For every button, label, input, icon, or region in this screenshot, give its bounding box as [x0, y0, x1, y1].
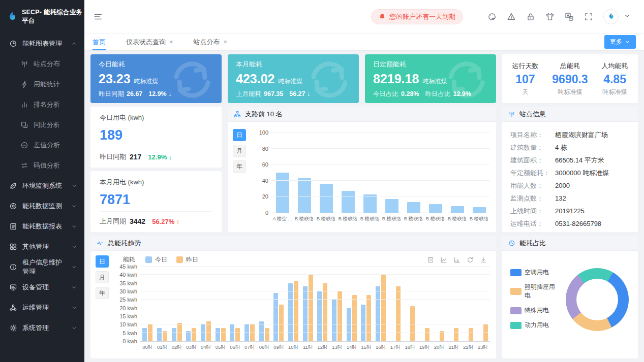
sidebar-item-0-5[interactable]: 码值分析: [0, 155, 84, 176]
ratio-legend-1[interactable]: 照明插座用电: [510, 283, 561, 300]
branch-xlabel: A 楼空 ...: [271, 213, 293, 222]
trend-xlabel: 13时: [330, 342, 345, 351]
ops-icon: [9, 304, 17, 312]
more-button[interactable]: 更多: [604, 35, 636, 49]
stat-unit: 吨标准煤: [552, 88, 588, 96]
ratio-legend-3[interactable]: 动力用电: [510, 321, 561, 330]
trend-toggle-0[interactable]: 日: [96, 255, 109, 268]
antenna-icon: [20, 60, 28, 68]
trend-toggle-2[interactable]: 年: [96, 287, 109, 299]
tab-1[interactable]: 仪表状态查询×: [126, 34, 173, 50]
toolbox-download-icon[interactable]: [480, 256, 487, 264]
branch-xlabel: B 楼联络: [446, 213, 468, 222]
branch-period-toggles: 日月年: [233, 129, 246, 232]
branch-bar: [385, 199, 398, 213]
usage-meta-label: 上月同期: [100, 217, 126, 226]
tab-close-icon[interactable]: ×: [224, 38, 228, 46]
site-row-value: 栖霞湖滨财富广场: [555, 130, 608, 140]
sidebar-item-0-1[interactable]: 用能统计: [0, 74, 84, 94]
trend-legend-昨日[interactable]: 昨日: [176, 255, 198, 264]
kpi-meta-label: 昨日同期: [99, 90, 124, 97]
sidebar-item-label: 码值分析: [34, 161, 60, 170]
sidebar-item-0-0[interactable]: 站点分布: [0, 54, 84, 74]
chevron-down-icon: [71, 244, 77, 250]
trend-bar-昨日: [366, 295, 371, 341]
monitor-icon: [9, 283, 17, 291]
sidebar-group-1[interactable]: 环境监测系统: [0, 176, 84, 196]
antenna-icon: [508, 111, 515, 118]
sidebar-group-6[interactable]: 设备管理: [0, 277, 84, 298]
fullscreen-icon[interactable]: [584, 12, 593, 21]
trend-ytick: 40 kwh: [114, 272, 137, 278]
trend-bar-今日: [201, 324, 205, 341]
toolbox-linechart-icon[interactable]: [440, 256, 447, 264]
trend-bar-昨日: [469, 328, 473, 341]
avatar[interactable]: [603, 9, 619, 24]
sidebar-group-5[interactable]: 租户信息维护管理: [0, 257, 84, 277]
account-expiry-alert[interactable]: 您的账户还有一天到期: [371, 9, 463, 24]
branch-bar-chart: 020406080100A 楼空 ...B 楼联络B 楼联络B 楼联络B 楼联络…: [251, 129, 490, 232]
toolbox-dataview-icon[interactable]: [427, 256, 434, 264]
branch-top10-panel: 支路前 10 名 日月年 020406080100A 楼空 ...B 楼联络B …: [228, 107, 496, 232]
trend-xlabel: 15时: [359, 342, 374, 351]
sidebar-group-label: 环境监测系统: [22, 181, 62, 190]
stat-label: 运行天数: [512, 61, 538, 71]
tab-2[interactable]: 站点分布×: [194, 34, 228, 50]
sidebar-group-2[interactable]: 能耗数据监测: [0, 196, 84, 216]
sidebar-item-0-2[interactable]: 排名分析: [0, 94, 84, 115]
ratio-legend-2[interactable]: 特殊用电: [510, 306, 561, 315]
trend-bar-昨日: [148, 324, 152, 341]
toolbox-barchart-icon[interactable]: [453, 256, 461, 264]
theme-icon[interactable]: [545, 12, 555, 21]
sidebar-group-3[interactable]: 能耗数据报表: [0, 216, 84, 237]
trend-xlabel: 19时: [417, 342, 432, 351]
branch-toggle-2[interactable]: 年: [233, 160, 246, 173]
branch-xlabel: B 楼联络: [337, 213, 359, 222]
sidebar-item-0-3[interactable]: 同比分析: [0, 115, 84, 135]
branch-toggle-0[interactable]: 日: [233, 129, 246, 141]
ratio-legend: 空调用电照明插座用电特殊用电动力用电: [510, 268, 561, 330]
palette-icon[interactable]: [487, 12, 497, 21]
trend-xlabel: 14时: [344, 342, 359, 351]
toolbox-refresh-icon[interactable]: [467, 256, 474, 264]
usage-pct: 12.9% ↓: [148, 153, 172, 161]
sidebar-group-label: 能耗图表管理: [22, 39, 62, 48]
site-row-value: 2000: [555, 181, 570, 190]
language-icon[interactable]: [565, 12, 574, 21]
trend-bar-昨日: [235, 328, 240, 341]
tab-close-icon[interactable]: ×: [169, 38, 173, 46]
pie-chart-icon: [9, 40, 17, 48]
chevron-down-icon: [71, 223, 77, 229]
warning-icon[interactable]: [507, 12, 516, 21]
chevron-down-icon[interactable]: [624, 12, 633, 21]
trend-legend-今日[interactable]: 今日: [145, 255, 167, 264]
ratio-panel-title: 能耗占比: [519, 239, 546, 248]
tab-0[interactable]: 首页: [93, 34, 106, 50]
lock-icon[interactable]: [526, 12, 535, 21]
trend-chart-main: 能耗 今日昨日 0 kwh5 kwh10 kwh15 kwh20 kwh25 k…: [114, 255, 490, 358]
header-icons: [487, 12, 593, 21]
trend-toggle-1[interactable]: 月: [96, 271, 109, 283]
app-title: SECP- 能耗综合业务平台: [22, 8, 84, 25]
sidebar-group-0[interactable]: 能耗图表管理: [0, 34, 84, 54]
trend-bar-昨日: [396, 286, 401, 341]
site-row-label: 运维电话：: [510, 219, 555, 228]
sidebar-group-7[interactable]: 运维管理: [0, 298, 84, 318]
sidebar-group-8[interactable]: 系统管理: [0, 318, 84, 338]
branch-bar: [429, 204, 442, 213]
usage-meta-value: 217: [130, 153, 141, 161]
branch-toggle-1[interactable]: 月: [233, 145, 246, 157]
kpi-meta-value: 0.28%: [401, 90, 419, 97]
tab-label: 站点分布: [194, 38, 220, 47]
branch-xlabel: B 楼联络: [293, 213, 315, 222]
sidebar-item-0-4[interactable]: 差值分析: [0, 135, 84, 155]
trend-bar-昨日: [265, 328, 269, 341]
kpi-unit: 吨标准煤: [422, 77, 447, 86]
ratio-legend-0[interactable]: 空调用电: [510, 268, 561, 277]
trend-xlabel: 10时: [286, 342, 301, 351]
collapse-menu-icon[interactable]: [94, 12, 103, 21]
trend-bar-昨日: [483, 324, 488, 341]
site-info-row-1: 建筑数量：4 栋: [510, 143, 630, 152]
sidebar-group-4[interactable]: 其他管理: [0, 237, 84, 257]
legend-label: 今日: [155, 255, 167, 264]
